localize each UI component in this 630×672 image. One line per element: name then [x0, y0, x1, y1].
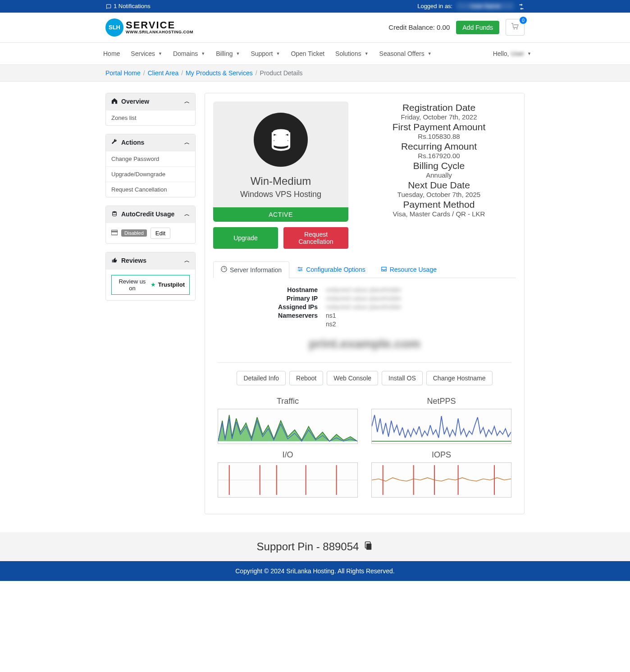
copy-icon[interactable]: [364, 540, 373, 553]
breadcrumb-current: Product Details: [260, 69, 303, 77]
card-icon: [111, 229, 118, 237]
chevron-down-icon: ▼: [236, 51, 240, 56]
cart-button[interactable]: 0: [506, 19, 525, 36]
nav-item-solutions[interactable]: Solutions▼: [331, 47, 373, 60]
cart-badge: 0: [520, 17, 527, 24]
chart-image[interactable]: [371, 409, 511, 444]
trustpilot-label: Trustpilot: [158, 281, 185, 288]
chevron-down-icon: ▼: [428, 51, 432, 56]
nav-item-seasonal-offers[interactable]: Seasonal Offers▼: [375, 47, 436, 60]
reviews-header[interactable]: Reviews ︿: [106, 252, 195, 269]
tab-label: Resource Usage: [390, 266, 437, 273]
chart-title: IOPS: [371, 450, 511, 460]
info-label: Billing Cycle: [362, 160, 516, 171]
breadcrumb-link[interactable]: Portal Home: [105, 69, 141, 77]
breadcrumb-link[interactable]: My Products & Services: [186, 69, 253, 77]
request-cancellation-button[interactable]: Request Cancellation: [283, 227, 348, 249]
header-bar: SLH SERVICE WWW.SRILANKAHOSTING.COM Cred…: [0, 13, 630, 43]
breadcrumb-bar: Portal Home/Client Area/My Products & Se…: [0, 65, 630, 82]
actions-header[interactable]: Actions ︿: [106, 134, 195, 151]
dashboard-icon: [221, 266, 227, 274]
chart-image[interactable]: [371, 462, 511, 498]
detailed-info-button[interactable]: Detailed Info: [237, 371, 286, 385]
nav-item-billing[interactable]: Billing▼: [211, 47, 244, 60]
tab-label: Server Information: [230, 266, 282, 274]
wrench-icon: [111, 139, 118, 146]
database-icon: [254, 113, 308, 167]
chart-image[interactable]: [218, 409, 358, 444]
web-console-button[interactable]: Web Console: [327, 371, 378, 385]
nav-item-home[interactable]: Home: [99, 47, 124, 60]
notifications-link[interactable]: 1 Notifications: [105, 3, 151, 9]
autocredit-header[interactable]: AutoCredit Usage ︿: [106, 206, 195, 223]
hello-dropdown[interactable]: Hello, User ▼: [493, 50, 531, 57]
info-value: Rs.167920.00: [362, 152, 516, 160]
chart-netpps: NetPPS: [371, 397, 511, 444]
flag-icon: [105, 3, 111, 9]
overview-header[interactable]: Overview ︿: [106, 93, 195, 110]
chevron-up-icon: ︿: [184, 98, 190, 105]
logo[interactable]: SLH SERVICE WWW.SRILANKAHOSTING.COM: [105, 18, 193, 37]
thumbs-up-icon: [111, 257, 118, 265]
server-field-value: redacted value placeholder: [326, 303, 511, 311]
support-pin-value: 889054: [323, 540, 359, 553]
logged-in-user: User Name: [457, 3, 514, 9]
server-field-value: ns1: [326, 312, 511, 319]
nav-item-support[interactable]: Support▼: [246, 47, 284, 60]
tab-label: Configurable Options: [306, 266, 365, 273]
cart-icon: [511, 25, 519, 32]
actions-card: Actions ︿ Change PasswordUpgrade/Downgra…: [105, 134, 196, 197]
reviews-title: Reviews: [121, 257, 146, 264]
svg-point-2: [113, 211, 117, 213]
footer-text: Copyright © 2024 SriLanka Hosting. All R…: [235, 567, 395, 575]
info-label: Recurring Amount: [362, 141, 516, 152]
tab-configurable-options[interactable]: Configurable Options: [289, 261, 373, 278]
autocredit-edit-button[interactable]: Edit: [151, 228, 170, 239]
upgrade-button[interactable]: Upgrade: [213, 227, 278, 249]
add-funds-button[interactable]: Add Funds: [456, 21, 499, 34]
tab-resource-usage[interactable]: Resource Usage: [373, 261, 444, 278]
server-field-value: redacted value placeholder: [326, 286, 511, 293]
nav-item-open-ticket[interactable]: Open Ticket: [286, 47, 329, 60]
stack-icon: [111, 210, 118, 218]
home-icon: [111, 98, 118, 105]
chart-title: Traffic: [218, 397, 358, 406]
info-label: Next Due Date: [362, 180, 516, 191]
chevron-up-icon: ︿: [184, 210, 190, 218]
logged-in-label: Logged in as:: [417, 3, 452, 9]
tab-server-information[interactable]: Server Information: [213, 261, 289, 278]
chevron-down-icon: ▼: [276, 51, 280, 56]
hello-name: User: [511, 50, 525, 57]
trustpilot-button[interactable]: Review us on ★ Trustpilot: [111, 275, 190, 295]
server-field-value: ns2: [326, 320, 511, 328]
chevron-down-icon: ▼: [158, 51, 162, 56]
chart-image[interactable]: [218, 462, 358, 498]
chevron-down-icon: ▼: [527, 51, 531, 56]
logo-main: SERVICE: [126, 20, 193, 30]
svg-point-10: [301, 268, 302, 270]
switch-user-icon[interactable]: [518, 3, 525, 10]
install-os-button[interactable]: Install OS: [382, 371, 423, 385]
change-hostname-button[interactable]: Change Hostname: [426, 371, 493, 385]
info-value: Visa, Master Cards / QR - LKR: [362, 210, 516, 218]
content-panel: Win-Medium Windows VPS Hosting ACTIVE Up…: [205, 93, 525, 514]
action-item[interactable]: Request Cancellation: [106, 182, 195, 197]
overview-title: Overview: [121, 98, 149, 105]
action-item[interactable]: Change Password: [106, 151, 195, 166]
chevron-down-icon: ▼: [365, 51, 369, 56]
overview-item[interactable]: Zones list: [106, 110, 195, 125]
tabs: Server Information Configurable Options …: [213, 261, 516, 278]
domain-heading: print.example.com: [218, 337, 511, 351]
breadcrumb-link[interactable]: Client Area: [148, 69, 178, 77]
nav-item-services[interactable]: Services▼: [126, 47, 167, 60]
topbar: 1 Notifications Logged in as: User Name: [0, 0, 630, 13]
support-pin-label: Support Pin -: [257, 540, 323, 553]
logo-sub: WWW.SRILANKAHOSTING.COM: [126, 30, 193, 34]
action-item[interactable]: Upgrade/Downgrade: [106, 166, 195, 182]
server-field-key: Nameservers: [218, 312, 326, 319]
info-value: Tuesday, October 7th, 2025: [362, 191, 516, 198]
nav-item-domains[interactable]: Domains▼: [169, 47, 210, 60]
actions-title: Actions: [121, 139, 144, 146]
logo-badge: SLH: [105, 18, 123, 37]
reboot-button[interactable]: Reboot: [289, 371, 323, 385]
